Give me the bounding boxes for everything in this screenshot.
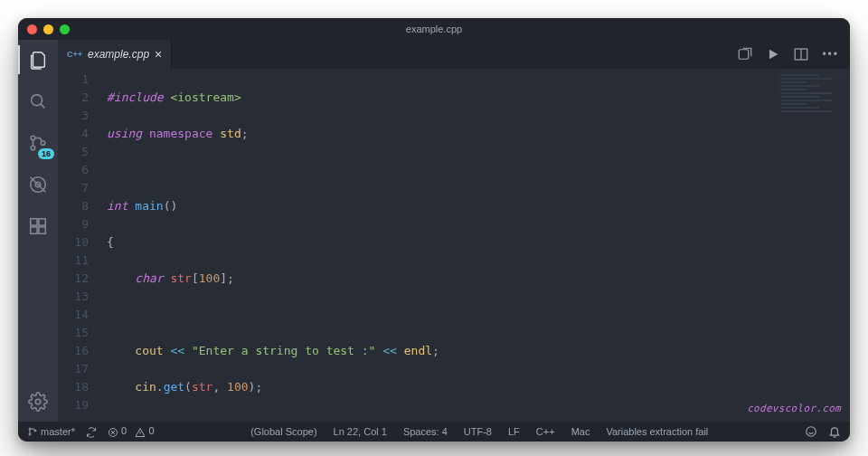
- tab-bar: C++ example.cpp × •••: [58, 40, 850, 69]
- feedback-icon[interactable]: [805, 425, 817, 438]
- problems-status[interactable]: 0 0: [108, 425, 155, 437]
- activity-bar: 16: [18, 40, 58, 422]
- svg-point-16: [29, 428, 31, 430]
- svg-point-2: [31, 136, 35, 140]
- window-title: example.cpp: [18, 24, 850, 34]
- svg-rect-8: [31, 219, 37, 225]
- svg-point-3: [31, 146, 35, 150]
- minimap[interactable]: [778, 71, 848, 134]
- notifications-icon[interactable]: [828, 425, 841, 438]
- svg-point-12: [35, 399, 41, 404]
- tab-filename: example.cpp: [88, 48, 149, 61]
- run-icon[interactable]: [766, 47, 780, 62]
- code-content[interactable]: #include <iostream> using namespace std;…: [99, 69, 850, 422]
- svg-point-4: [41, 141, 45, 146]
- svg-line-1: [41, 104, 44, 108]
- debug-icon[interactable]: [25, 172, 51, 197]
- tab-close-icon[interactable]: ×: [155, 47, 162, 62]
- scope-status[interactable]: (Global Scope): [250, 426, 316, 437]
- svg-rect-9: [39, 219, 45, 225]
- file-lang-badge: C++: [67, 50, 82, 59]
- cursor-status[interactable]: Ln 22, Col 1: [334, 426, 387, 437]
- source-control-icon[interactable]: 16: [25, 130, 51, 156]
- watermark-text: codevscolor.com: [747, 400, 841, 418]
- explorer-icon[interactable]: [25, 47, 51, 72]
- editor-group: C++ example.cpp × •••: [58, 40, 850, 422]
- search-icon[interactable]: [25, 89, 51, 114]
- settings-gear-icon[interactable]: [25, 389, 51, 414]
- eol-status[interactable]: LF: [508, 426, 520, 437]
- code-editor[interactable]: 123 456 789 101112 131415 161718 19 #inc…: [58, 69, 850, 422]
- status-bar: master* 0 0 (Global Scope) Ln 22, Col 1 …: [18, 422, 850, 442]
- more-actions-icon[interactable]: •••: [822, 48, 839, 61]
- scm-badge: 16: [38, 148, 54, 159]
- svg-point-17: [29, 433, 31, 435]
- editor-window: example.cpp 16: [18, 18, 850, 442]
- split-editor-icon[interactable]: [793, 46, 809, 62]
- extensions-icon[interactable]: [25, 214, 51, 239]
- sync-icon[interactable]: [86, 425, 97, 437]
- indent-status[interactable]: Spaces: 4: [403, 426, 448, 437]
- title-bar: example.cpp: [18, 18, 850, 40]
- tab-example-cpp[interactable]: C++ example.cpp ×: [58, 40, 172, 69]
- git-branch-status[interactable]: master*: [27, 426, 75, 437]
- svg-rect-13: [740, 50, 750, 60]
- svg-point-23: [807, 427, 816, 437]
- svg-rect-11: [39, 227, 45, 233]
- language-status[interactable]: C++: [536, 426, 555, 437]
- extra-status[interactable]: Variables extraction fail: [606, 426, 708, 437]
- svg-rect-10: [31, 227, 37, 233]
- open-changes-icon[interactable]: [737, 46, 753, 62]
- svg-point-0: [32, 95, 42, 106]
- os-status[interactable]: Mac: [571, 426, 590, 437]
- editor-actions: •••: [737, 40, 850, 69]
- encoding-status[interactable]: UTF-8: [464, 426, 492, 437]
- line-number-gutter: 123 456 789 101112 131415 161718 19: [58, 69, 99, 422]
- workbench: 16 C++ example.cpp ×: [18, 40, 850, 422]
